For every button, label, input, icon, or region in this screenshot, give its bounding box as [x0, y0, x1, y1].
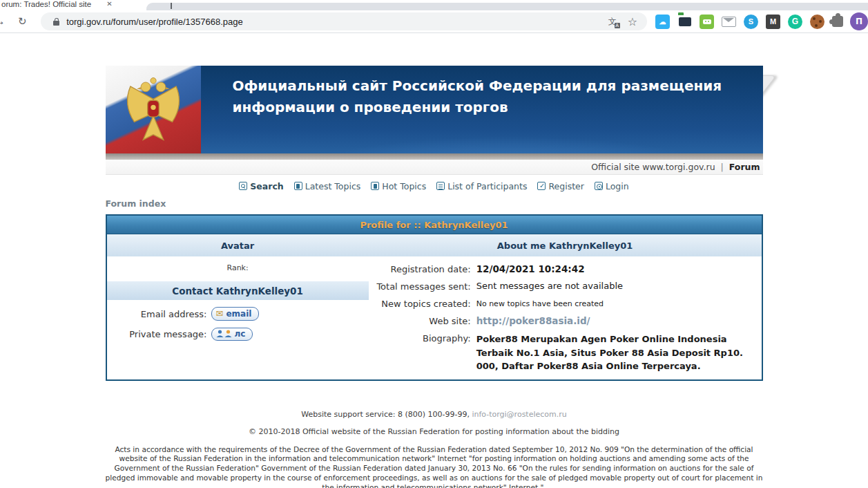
pm-button-label: лс — [235, 329, 246, 339]
bookmark-star-icon[interactable]: ☆ — [628, 15, 637, 28]
latest-topics-icon — [294, 182, 302, 190]
translate-icon[interactable]: 文 A — [607, 16, 618, 27]
official-site-row: Official site www.torgi.gov.ru | Forum — [106, 160, 763, 175]
profile-header-row: Avatar About me KathrynKelley01 — [107, 234, 762, 257]
extensions-puzzle-icon[interactable] — [832, 16, 843, 27]
profile-body: Rank: Contact KathrynKelley01 Email addr… — [107, 257, 762, 379]
website-label: Web site: — [369, 315, 471, 326]
url-bar[interactable]: torgi.gov.ru/forum/user/profile/1357668.… — [41, 12, 647, 30]
hot-topics-icon — [371, 182, 379, 190]
nav-hot-topics[interactable]: Hot Topics — [371, 181, 426, 191]
email-label: Email address: — [107, 309, 207, 319]
legal-text: Acts in accordance with the requirements… — [106, 445, 763, 488]
tab-strip-background — [146, 3, 868, 10]
new-topics-label: New topics created: — [369, 298, 471, 309]
page-body: Официальный сайт Российской Федерации дл… — [0, 66, 868, 488]
site-footer: Website support service: 8 (800) 100-99-… — [106, 410, 763, 488]
total-messages-label: Total messages sent: — [369, 281, 471, 292]
nav-latest-topics-label: Latest Topics — [305, 181, 361, 191]
register-icon — [537, 182, 546, 190]
s-extension-icon[interactable]: S — [744, 15, 758, 29]
about-cell: Registration date: 12/04/2021 10:24:42 T… — [369, 257, 762, 379]
nav-login[interactable]: Login — [595, 181, 629, 191]
two-persons-icon — [216, 330, 232, 338]
site-banner: Официальный сайт Российской Федерации дл… — [106, 66, 763, 153]
site-title: Официальный сайт Российской Федерации дл… — [233, 75, 722, 118]
profile-table: Profile for :: KathrynKelley01 Avatar Ab… — [106, 214, 763, 381]
avatar-cell: Rank: Contact KathrynKelley01 Email addr… — [107, 257, 369, 379]
legal-paragraph-1: Acts in accordance with the requirements… — [106, 445, 763, 488]
private-message-row: Private message: лс — [107, 328, 369, 341]
copyright-line: © 2010-2018 Official website of the Russ… — [106, 427, 763, 436]
banner-background: Официальный сайт Российской Федерации дл… — [201, 66, 763, 153]
rank-label: Rank: — [107, 263, 369, 272]
separator: | — [721, 162, 724, 172]
nav-search[interactable]: Search — [239, 181, 283, 191]
tab-title: orum: Trades! Official site — [1, 0, 91, 8]
reload-icon[interactable]: ↻ — [16, 15, 30, 28]
registration-date-value: 12/04/2021 10:24:42 — [476, 263, 585, 274]
participants-list-icon — [436, 182, 445, 190]
nav-register-label: Register — [548, 181, 584, 191]
field-row-topics: New topics created: No new topics have b… — [369, 298, 762, 309]
contact-header: Contact KathrynKelley01 — [107, 281, 369, 300]
browser-tab[interactable]: orum: Trades! Official site ✕ — [0, 0, 113, 10]
support-email-link[interactable]: info-torgi@rostelecom.ru — [472, 410, 566, 419]
total-messages-value: Sent messages are not available — [476, 281, 623, 292]
nav-hot-topics-label: Hot Topics — [382, 181, 426, 191]
biography-value: Poker88 Merupakan Agen Poker Online Indo… — [476, 332, 753, 373]
grammarly-extension-icon[interactable]: G — [788, 15, 802, 29]
email-button-label: email — [226, 309, 251, 319]
site-title-line2: информации о проведении торгов — [233, 97, 722, 118]
mail-extension-icon[interactable] — [722, 17, 736, 27]
m-extension-icon[interactable]: M — [766, 15, 780, 29]
forum-nav: Search Latest Topics Hot Topics List of … — [106, 180, 763, 192]
nav-login-label: Login — [606, 181, 629, 191]
new-tab-button[interactable] — [171, 3, 172, 9]
banner-bottom-strip — [106, 153, 763, 160]
nav-list-of-participants[interactable]: List of Participants — [436, 181, 527, 191]
russia-coat-of-arms — [106, 66, 201, 153]
extensions-row: ☁ S M G — [655, 15, 843, 29]
field-row-biography: Biography: Poker88 Merupakan Agen Poker … — [369, 332, 762, 373]
forward-icon[interactable]: → — [0, 15, 6, 28]
profile-title: Profile for :: KathrynKelley01 — [360, 220, 508, 230]
support-text: Website support service: 8 (800) 100-99-… — [301, 410, 470, 419]
website-link[interactable]: http://poker88asia.id/ — [476, 315, 590, 326]
browser-tab-strip: orum: Trades! Official site ✕ — [0, 0, 868, 10]
breadcrumb[interactable]: Forum index — [106, 198, 763, 209]
site-content: Официальный сайт Российской Федерации дл… — [106, 66, 763, 488]
new-topics-value: No new topics have been created — [476, 298, 604, 309]
url-text[interactable]: torgi.gov.ru/forum/user/profile/1357668.… — [66, 17, 607, 27]
email-row: Email address: ✉ email — [107, 307, 369, 321]
search-icon — [239, 182, 247, 190]
official-site-link[interactable]: Official site www.torgi.gov.ru — [591, 162, 715, 172]
nav-search-label: Search — [250, 181, 283, 191]
nav-register[interactable]: Register — [537, 181, 584, 191]
field-row-messages: Total messages sent: Sent messages are n… — [369, 281, 762, 292]
email-button[interactable]: ✉ email — [211, 307, 260, 321]
lock-icon[interactable] — [53, 18, 59, 26]
nav-latest-topics[interactable]: Latest Topics — [294, 181, 361, 191]
envelope-icon: ✉ — [216, 308, 224, 319]
browser-profile-avatar[interactable]: П — [850, 12, 868, 30]
forum-link[interactable]: Forum — [729, 162, 760, 172]
folder-extension-icon[interactable] — [677, 15, 692, 29]
tab-close-icon[interactable]: ✕ — [106, 0, 112, 8]
translate-mini-glyph: A — [615, 23, 620, 28]
cloud-extension-icon[interactable]: ☁ — [655, 15, 670, 29]
roboform-extension-icon[interactable] — [700, 15, 714, 29]
browser-toolbar: → ↻ torgi.gov.ru/forum/user/profile/1357… — [0, 10, 868, 33]
registration-date-label: Registration date: — [369, 263, 471, 274]
eagle-emblem-icon — [122, 74, 185, 146]
cookie-extension-icon[interactable] — [810, 15, 824, 29]
biography-label: Biography: — [369, 332, 471, 373]
field-row-registration: Registration date: 12/04/2021 10:24:42 — [369, 263, 762, 274]
about-column-header: About me KathrynKelley01 — [369, 234, 762, 256]
support-line: Website support service: 8 (800) 100-99-… — [106, 410, 763, 419]
profile-title-bar: Profile for :: KathrynKelley01 — [107, 216, 762, 234]
private-message-button[interactable]: лс — [211, 328, 253, 341]
avatar-column-header: Avatar — [107, 234, 369, 256]
field-row-website: Web site: http://poker88asia.id/ — [369, 315, 762, 326]
login-icon — [595, 182, 603, 190]
